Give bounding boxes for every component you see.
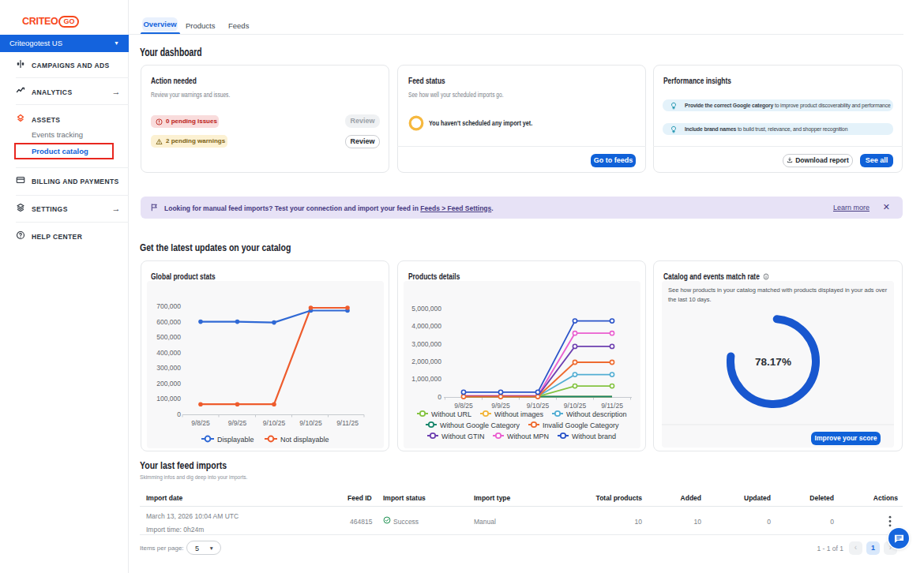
svg-text:Without GTIN: Without GTIN [441, 433, 485, 440]
svg-text:9/10/25: 9/10/25 [564, 402, 587, 410]
svg-text:Not displayable: Not displayable [280, 436, 329, 444]
svg-text:9/9/25: 9/9/25 [491, 402, 510, 410]
svg-text:9/10/25: 9/10/25 [263, 419, 286, 427]
svg-text:Without images: Without images [494, 410, 544, 418]
svg-text:3,000,000: 3,000,000 [411, 340, 441, 348]
svg-text:1,000,000: 1,000,000 [411, 375, 441, 383]
svg-text:Without brand: Without brand [572, 433, 616, 440]
svg-text:4,000,000: 4,000,000 [411, 322, 441, 330]
svg-text:Without MPN: Without MPN [507, 433, 549, 440]
svg-text:9/10/25: 9/10/25 [527, 402, 550, 410]
svg-text:Without description: Without description [566, 410, 627, 418]
svg-text:300,000: 300,000 [156, 364, 181, 372]
svg-text:9/8/25: 9/8/25 [454, 402, 473, 410]
svg-text:0: 0 [177, 410, 181, 418]
svg-text:Displayable: Displayable [217, 436, 254, 444]
svg-text:200,000: 200,000 [156, 380, 181, 388]
svg-text:Invalid Google Category: Invalid Google Category [543, 421, 619, 429]
svg-text:Without URL: Without URL [431, 410, 471, 418]
svg-text:9/10/25: 9/10/25 [299, 419, 322, 427]
svg-text:100,000: 100,000 [156, 395, 181, 403]
svg-text:78.17%: 78.17% [755, 356, 791, 368]
svg-text:9/9/25: 9/9/25 [228, 419, 247, 427]
svg-text:2,000,000: 2,000,000 [411, 358, 441, 365]
svg-text:400,000: 400,000 [156, 349, 181, 357]
svg-text:Without Google Category: Without Google Category [440, 421, 520, 429]
svg-text:500,000: 500,000 [156, 333, 181, 341]
svg-text:9/11/25: 9/11/25 [336, 419, 359, 427]
svg-text:700,000: 700,000 [156, 302, 181, 310]
svg-text:600,000: 600,000 [156, 318, 181, 326]
svg-text:9/11/25: 9/11/25 [601, 402, 623, 410]
svg-text:5,000,000: 5,000,000 [411, 305, 441, 313]
svg-text:9/8/25: 9/8/25 [191, 419, 210, 427]
svg-text:0: 0 [438, 393, 441, 401]
